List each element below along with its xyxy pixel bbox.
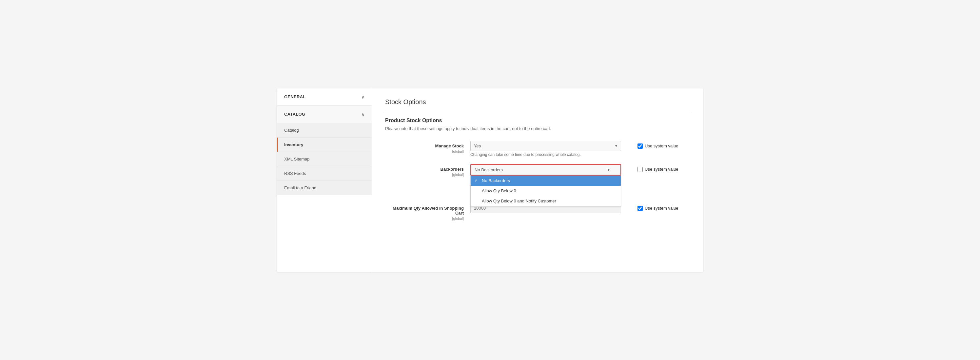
backorders-row: Backorders [global] No Backorders ▼ ✓ No… <box>385 164 690 177</box>
check-icon: ✓ <box>475 178 479 183</box>
backorders-option-no-backorders[interactable]: ✓ No Backorders <box>471 176 621 186</box>
sidebar-item-rss-feeds[interactable]: RSS Feeds <box>277 167 372 181</box>
backorders-select-trigger[interactable]: No Backorders ▼ <box>471 165 620 175</box>
backorders-border-box: No Backorders ▼ ✓ No Backorders Allow Qt… <box>470 164 621 176</box>
manage-stock-select[interactable]: Yes No <box>470 141 621 151</box>
manage-stock-use-system-label[interactable]: Use system value <box>645 143 678 148</box>
backorders-dropdown: ✓ No Backorders Allow Qty Below 0 Allow … <box>470 176 621 206</box>
sidebar-section-general[interactable]: GENERAL ∨ <box>277 89 372 106</box>
max-qty-checkbox[interactable] <box>638 206 643 211</box>
subsection-title: Product Stock Options <box>385 117 690 124</box>
sidebar: GENERAL ∨ CATALOG ∧ Catalog Inventory XM… <box>277 89 372 272</box>
backorders-use-system-label[interactable]: Use system value <box>645 167 678 172</box>
backorders-label-col: Backorders [global] <box>385 164 470 177</box>
sidebar-section-catalog[interactable]: CATALOG ∧ <box>277 106 372 123</box>
backorders-selected-value: No Backorders <box>475 167 503 172</box>
manage-stock-sublabel: [global] <box>452 149 464 153</box>
main-container: GENERAL ∨ CATALOG ∧ Catalog Inventory XM… <box>277 89 703 272</box>
chevron-up-icon: ∧ <box>361 112 364 117</box>
content-area: Stock Options Product Stock Options Plea… <box>372 89 703 272</box>
sidebar-section-general-title: GENERAL <box>284 94 306 99</box>
manage-stock-hint: Changing can take some time due to proce… <box>470 152 631 157</box>
backorders-sublabel: [global] <box>452 173 464 176</box>
max-qty-label-col: Maximum Qty Allowed in Shopping Cart [gl… <box>385 203 470 221</box>
sidebar-item-xml-sitemap[interactable]: XML Sitemap <box>277 152 372 167</box>
backorders-option-allow-qty-notify-label: Allow Qty Below 0 and Notify Customer <box>482 198 556 203</box>
manage-stock-checkbox[interactable] <box>638 143 643 149</box>
backorders-checkbox[interactable] <box>638 167 643 172</box>
sidebar-catalog-items: Catalog Inventory XML Sitemap RSS Feeds … <box>277 123 372 195</box>
backorders-option-allow-qty-label: Allow Qty Below 0 <box>482 188 516 193</box>
sidebar-item-inventory[interactable]: Inventory <box>277 138 372 152</box>
backorders-use-system: Use system value <box>631 164 690 172</box>
sidebar-item-catalog[interactable]: Catalog <box>277 123 372 138</box>
backorders-control: No Backorders ▼ ✓ No Backorders Allow Qt… <box>470 164 631 176</box>
section-title: Stock Options <box>385 98 690 111</box>
backorders-option-allow-qty-notify[interactable]: Allow Qty Below 0 and Notify Customer <box>471 196 621 206</box>
sidebar-section-catalog-title: CATALOG <box>284 112 305 117</box>
max-qty-label: Maximum Qty Allowed in Shopping Cart <box>385 206 464 216</box>
manage-stock-use-system: Use system value <box>631 141 690 149</box>
manage-stock-row: Manage Stock [global] Yes No Changing ca… <box>385 141 690 157</box>
chevron-down-icon: ∨ <box>361 94 364 100</box>
backorders-option-no-backorders-label: No Backorders <box>482 178 510 183</box>
manage-stock-control: Yes No Changing can take some time due t… <box>470 141 631 157</box>
backorders-chevron-icon: ▼ <box>607 168 610 172</box>
max-qty-use-system: Use system value <box>631 203 690 211</box>
manage-stock-label: Manage Stock <box>385 143 464 148</box>
manage-stock-select-wrapper: Yes No <box>470 141 621 151</box>
max-qty-sublabel: [global] <box>452 217 464 220</box>
subsection-note: Please note that these settings apply to… <box>385 126 690 131</box>
max-qty-use-system-label[interactable]: Use system value <box>645 206 678 211</box>
backorders-label: Backorders <box>385 167 464 172</box>
manage-stock-label-col: Manage Stock [global] <box>385 141 470 154</box>
sidebar-item-email-to-friend[interactable]: Email to a Friend <box>277 181 372 195</box>
backorders-option-allow-qty[interactable]: Allow Qty Below 0 <box>471 186 621 196</box>
